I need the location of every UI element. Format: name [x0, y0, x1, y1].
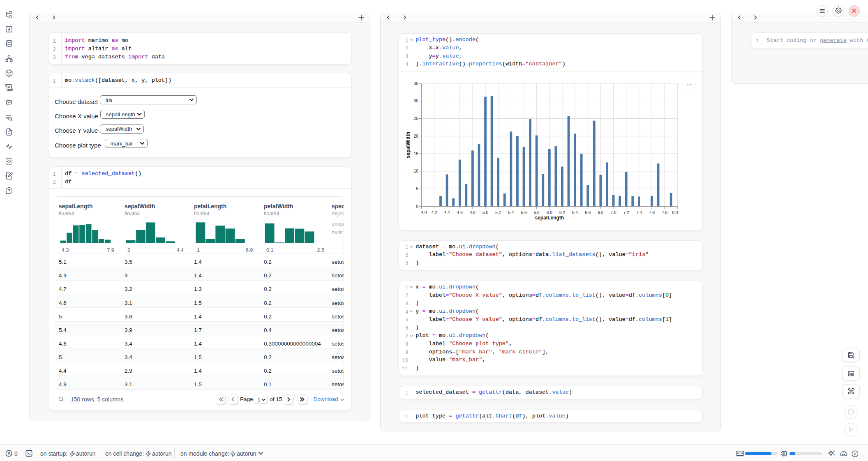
svg-text:8.0: 8.0 — [672, 210, 678, 215]
svg-text:30: 30 — [414, 99, 419, 103]
svg-text:10: 10 — [414, 169, 419, 173]
svg-text:5.6: 5.6 — [521, 210, 527, 215]
svg-text:sepalLength: sepalLength — [535, 215, 564, 221]
svg-text:7.0: 7.0 — [611, 210, 616, 215]
svg-text:7.8: 7.8 — [662, 210, 667, 215]
svg-text:5.8: 5.8 — [534, 210, 540, 215]
svg-text:6.6: 6.6 — [585, 210, 591, 215]
svg-text:5: 5 — [416, 187, 418, 191]
svg-text:sepalWidth: sepalWidth — [405, 132, 411, 158]
svg-text:6.2: 6.2 — [559, 210, 565, 215]
svg-text:5.2: 5.2 — [495, 210, 501, 215]
svg-text:0: 0 — [416, 204, 418, 209]
svg-text:4.4: 4.4 — [444, 210, 450, 215]
svg-text:4.8: 4.8 — [470, 210, 476, 215]
svg-text:7.6: 7.6 — [649, 210, 655, 215]
svg-text:5.4: 5.4 — [508, 210, 514, 215]
svg-text:7.2: 7.2 — [623, 210, 629, 215]
svg-text:7.4: 7.4 — [636, 210, 642, 215]
svg-text:4.6: 4.6 — [457, 210, 463, 215]
svg-text:6.8: 6.8 — [598, 210, 604, 215]
svg-text:4.0: 4.0 — [421, 210, 427, 215]
svg-text:6.4: 6.4 — [572, 210, 578, 215]
svg-text:35: 35 — [414, 81, 419, 86]
svg-text:5.0: 5.0 — [482, 210, 488, 215]
svg-text:20: 20 — [414, 134, 419, 138]
svg-text:4.2: 4.2 — [432, 210, 437, 215]
svg-text:6.0: 6.0 — [547, 210, 552, 215]
svg-text:25: 25 — [414, 116, 419, 121]
svg-text:15: 15 — [414, 152, 419, 156]
